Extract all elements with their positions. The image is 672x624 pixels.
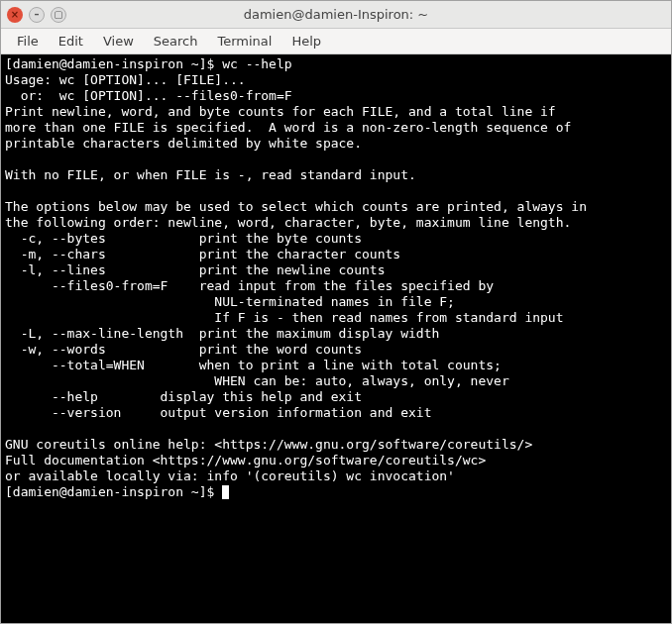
output-line: Print newline, word, and byte counts for… bbox=[5, 104, 556, 119]
output-line: The options below may be used to select … bbox=[5, 199, 587, 214]
output-line: more than one FILE is specified. A word … bbox=[5, 120, 571, 135]
output-line: With no FILE, or when FILE is -, read st… bbox=[5, 167, 416, 182]
output-line: -l, --lines print the newline counts bbox=[5, 262, 386, 277]
output-line: Full documentation <https://www.gnu.org/… bbox=[5, 453, 486, 468]
menu-edit[interactable]: Edit bbox=[49, 31, 93, 52]
prompt-line-1: [damien@damien-inspiron ~]$ bbox=[5, 56, 222, 71]
output-line: NUL-terminated names in file F; bbox=[5, 294, 455, 309]
window-controls: × – ▢ bbox=[7, 7, 66, 23]
window-title: damien@damien-Inspiron: ~ bbox=[1, 7, 671, 22]
prompt-line-2: [damien@damien-inspiron ~]$ bbox=[5, 484, 222, 499]
command-text: wc --help bbox=[222, 56, 291, 71]
output-line: --version output version information and… bbox=[5, 405, 431, 420]
terminal-area[interactable]: [damien@damien-inspiron ~]$ wc --help Us… bbox=[1, 54, 671, 623]
output-line: or available locally via: info '(coreuti… bbox=[5, 468, 455, 483]
menu-view[interactable]: View bbox=[93, 31, 144, 52]
output-line: -L, --max-line-length print the maximum … bbox=[5, 326, 439, 341]
output-line: the following order: newline, word, char… bbox=[5, 215, 571, 230]
menu-terminal[interactable]: Terminal bbox=[207, 31, 281, 52]
output-line: -w, --words print the word counts bbox=[5, 342, 362, 357]
menu-help[interactable]: Help bbox=[281, 31, 331, 52]
output-line: If F is - then read names from standard … bbox=[5, 310, 564, 325]
output-line: --total=WHEN when to print a line with t… bbox=[5, 358, 502, 372]
output-line: Usage: wc [OPTION]... [FILE]... bbox=[5, 72, 246, 87]
cursor-icon bbox=[222, 485, 229, 499]
output-line: --files0-from=F read input from the file… bbox=[5, 278, 494, 293]
output-line: --help display this help and exit bbox=[5, 389, 362, 404]
close-icon[interactable]: × bbox=[7, 7, 23, 23]
terminal-window: × – ▢ damien@damien-Inspiron: ~ File Edi… bbox=[0, 0, 672, 624]
output-line: -m, --chars print the character counts bbox=[5, 247, 400, 261]
maximize-icon[interactable]: ▢ bbox=[51, 7, 66, 23]
menu-search[interactable]: Search bbox=[144, 31, 208, 52]
output-line: WHEN can be: auto, always, only, never bbox=[5, 373, 509, 388]
output-line: -c, --bytes print the byte counts bbox=[5, 231, 362, 246]
menubar: File Edit View Search Terminal Help bbox=[1, 29, 671, 54]
titlebar: × – ▢ damien@damien-Inspiron: ~ bbox=[1, 1, 671, 29]
output-line: printable characters delimited by white … bbox=[5, 136, 362, 151]
menu-file[interactable]: File bbox=[7, 31, 49, 52]
output-line: or: wc [OPTION]... --files0-from=F bbox=[5, 88, 292, 103]
minimize-icon[interactable]: – bbox=[29, 7, 45, 23]
output-line: GNU coreutils online help: <https://www.… bbox=[5, 437, 532, 452]
